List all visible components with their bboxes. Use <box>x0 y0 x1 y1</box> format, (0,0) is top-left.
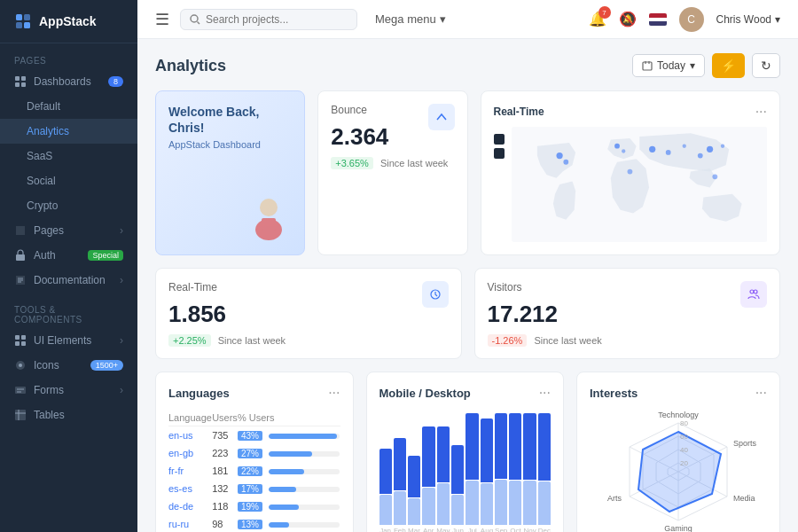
sidebar-item-dashboards[interactable]: Dashboards 8 <box>0 69 137 94</box>
today-button[interactable]: Today ▾ <box>632 54 705 77</box>
world-map <box>512 127 768 242</box>
realtime-label: Real-Time <box>168 281 449 293</box>
svg-point-40 <box>754 290 757 293</box>
sidebar-item-default[interactable]: Default <box>0 94 137 119</box>
bar-light <box>481 483 493 525</box>
realtime-icon <box>422 281 449 308</box>
lang-table-row: en-gb 223 27% <box>168 444 340 462</box>
search-box[interactable] <box>180 9 357 30</box>
sidebar-item-crypto[interactable]: Crypto <box>0 193 137 218</box>
svg-point-37 <box>712 174 717 179</box>
settings-icon[interactable]: 🔕 <box>619 11 637 27</box>
svg-rect-6 <box>15 82 20 87</box>
interests-more-icon[interactable]: ··· <box>755 385 767 401</box>
lang-users: 735 <box>212 426 238 445</box>
visitors-icon <box>740 281 767 308</box>
svg-point-26 <box>556 153 562 159</box>
map-card-title: Real-Time <box>494 106 544 118</box>
lang-name: en-us <box>168 426 212 445</box>
bottom-cards-row: Languages ··· Language Users % Users en-… <box>155 372 780 532</box>
flag-icon[interactable] <box>649 13 667 26</box>
sidebar-item-auth[interactable]: Auth Special <box>0 243 137 268</box>
map-more-icon[interactable]: ··· <box>755 104 767 120</box>
hamburger-icon[interactable]: ☰ <box>155 10 169 29</box>
languages-more-icon[interactable]: ··· <box>328 385 340 401</box>
user-label[interactable]: Chris Wood ▾ <box>716 13 780 26</box>
svg-point-28 <box>614 144 620 149</box>
refresh-button[interactable]: ↻ <box>752 53 780 78</box>
bar-group <box>509 413 521 525</box>
svg-rect-0 <box>16 14 22 20</box>
sidebar-item-documentation[interactable]: Documentation › <box>0 268 137 293</box>
svg-rect-10 <box>21 335 26 340</box>
svg-text:20: 20 <box>680 459 688 467</box>
bar-label: Sep <box>495 527 507 532</box>
bar-group <box>495 413 507 525</box>
bar-dark <box>481 419 493 482</box>
sidebar-item-saas[interactable]: SaaS <box>0 144 137 168</box>
svg-text:80: 80 <box>680 419 688 427</box>
search-input[interactable] <box>206 13 330 26</box>
main-content: ☰ Mega menu ▾ 🔔 7 🔕 C Chris Wood ▾ Analy… <box>137 0 798 532</box>
sidebar-item-analytics[interactable]: Analytics <box>0 119 137 144</box>
bar-dark <box>437 426 450 482</box>
bar-chart <box>379 410 552 525</box>
mobile-desktop-more-icon[interactable]: ··· <box>539 385 551 401</box>
svg-rect-4 <box>15 76 20 81</box>
svg-point-29 <box>622 149 625 153</box>
sidebar-item-saas-label: SaaS <box>27 150 52 162</box>
languages-card: Languages ··· Language Users % Users en-… <box>155 372 354 532</box>
forms-chevron-icon: › <box>120 384 123 396</box>
bar-light <box>466 481 478 525</box>
lang-users: 132 <box>212 480 238 497</box>
lang-col-users: Users <box>212 410 238 426</box>
lang-table-row: fr-fr 181 22% <box>168 462 340 480</box>
bounce-change: +3.65% Since last week <box>331 158 454 168</box>
map-legend-1 <box>494 134 505 145</box>
tools-section-label: Tools & Components <box>0 293 137 328</box>
bounce-change-pct: +3.65% <box>331 157 373 169</box>
svg-point-34 <box>706 146 712 153</box>
interests-title: Interests <box>590 387 638 400</box>
sidebar-item-tables[interactable]: Tables <box>0 403 137 427</box>
map-legend-2 <box>494 148 505 159</box>
visitors-label: Visitors <box>488 281 768 293</box>
lang-col-pct: % Users <box>238 410 340 426</box>
svg-rect-1 <box>24 14 30 20</box>
mega-menu[interactable]: Mega menu ▾ <box>375 12 446 26</box>
avatar: C <box>679 7 704 32</box>
svg-point-35 <box>720 145 724 148</box>
svg-text:Technology: Technology <box>658 411 699 419</box>
lang-pct-bar: 19% <box>238 497 340 515</box>
content-header: Analytics Today ▾ ⚡ ↻ <box>155 53 780 78</box>
svg-marker-51 <box>638 432 721 512</box>
bar-light <box>408 498 420 525</box>
visitors-value: 17.212 <box>488 301 768 328</box>
sidebar-item-ui-elements[interactable]: UI Elements › <box>0 328 137 353</box>
sidebar-item-pages[interactable]: Pages › <box>0 218 137 243</box>
sidebar-item-forms[interactable]: Forms › <box>0 378 137 403</box>
lang-table-row: en-us 735 43% <box>168 426 340 445</box>
realtime-change-pct: +2.25% <box>168 334 211 347</box>
svg-text:Sports: Sports <box>733 439 757 448</box>
calendar-icon <box>642 60 653 71</box>
dashboards-badge: 8 <box>108 76 123 87</box>
pages-section-label: Pages <box>0 43 137 69</box>
sidebar-item-ui-label: UI Elements <box>34 334 91 347</box>
notifications-icon[interactable]: 🔔 7 <box>589 11 606 27</box>
bar-dark <box>538 413 551 481</box>
sidebar-item-default-label: Default <box>27 100 60 113</box>
lang-pct-bar: 13% <box>238 515 340 532</box>
sidebar-item-social[interactable]: Social <box>0 168 137 193</box>
bar-group <box>394 413 406 525</box>
filter-button[interactable]: ⚡ <box>712 53 745 78</box>
sidebar-item-icons[interactable]: Icons 1500+ <box>0 353 137 378</box>
bar-label: Oct <box>509 527 521 532</box>
lang-table-row: es-es 132 17% <box>168 480 340 497</box>
bar-dark <box>495 413 507 479</box>
svg-rect-24 <box>262 218 276 231</box>
bar-light <box>422 488 434 525</box>
bar-group <box>437 413 450 525</box>
lang-name: de-de <box>168 497 212 515</box>
bar-dark <box>466 413 478 480</box>
